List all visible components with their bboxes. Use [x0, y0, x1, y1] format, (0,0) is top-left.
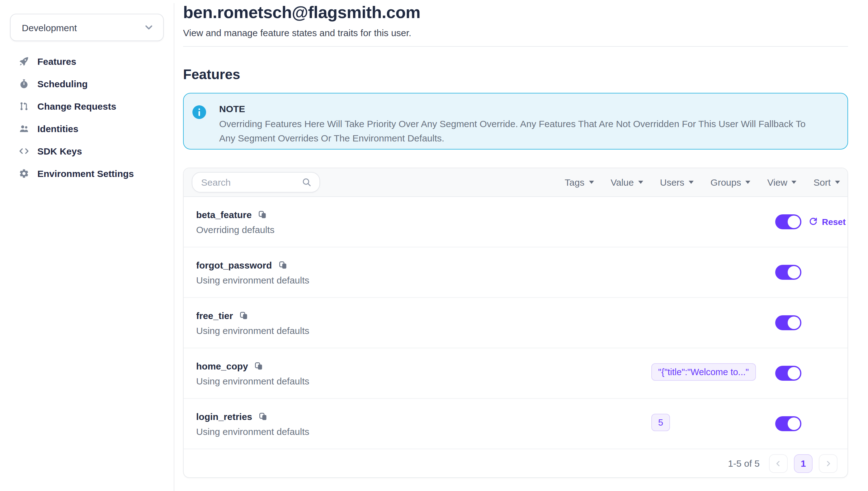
filter-users[interactable]: Users — [660, 177, 694, 187]
feature-name: forgot_password — [196, 260, 272, 270]
stopwatch-icon — [19, 78, 29, 89]
pagination-page-1-button[interactable]: 1 — [794, 454, 813, 472]
filter-label: View — [767, 177, 787, 187]
filter-tags[interactable]: Tags — [565, 177, 594, 187]
filter-label: Value — [611, 177, 634, 187]
feature-status: Overriding defaults — [196, 224, 651, 235]
filter-label: Tags — [565, 177, 584, 187]
caret-down-icon — [689, 181, 694, 184]
feature-info: home_copy Using environment defaults — [196, 360, 651, 386]
filter-value[interactable]: Value — [611, 177, 643, 187]
reset-label: Reset — [822, 217, 845, 227]
feature-toggle[interactable] — [775, 315, 801, 330]
refresh-icon — [808, 217, 818, 227]
page-subtitle: View and manage feature states and trait… — [183, 27, 848, 38]
environment-selector[interactable]: Development — [10, 14, 164, 41]
sidebar-item-label: Environment Settings — [37, 168, 134, 178]
features-panel: Tags Value Users Groups View Sort beta_f… — [183, 168, 848, 478]
sidebar: Development Features Scheduling — [0, 3, 174, 491]
toggle-knob — [788, 317, 800, 329]
sidebar-item-sdk-keys[interactable]: SDK Keys — [0, 140, 174, 162]
pagination: 1-5 of 5 1 — [184, 449, 847, 477]
filter-label: Sort — [813, 177, 831, 187]
caret-down-icon — [589, 181, 594, 184]
toggle-knob — [788, 367, 800, 379]
filter-groups[interactable]: Groups — [710, 177, 750, 187]
feature-value-cell: "{"title":"Welcome to..." — [651, 363, 775, 383]
chevron-right-icon — [824, 459, 833, 468]
feature-toggle[interactable] — [775, 214, 801, 229]
feature-status: Using environment defaults — [196, 325, 651, 336]
chevron-left-icon — [774, 459, 783, 468]
note-title: NOTE — [219, 104, 823, 114]
reset-button[interactable]: Reset — [808, 217, 847, 227]
feature-info: forgot_password Using environment defaul… — [196, 260, 651, 285]
rocket-icon — [19, 56, 29, 66]
feature-info: login_retries Using environment defaults — [196, 411, 651, 436]
search-box[interactable] — [192, 172, 320, 193]
sidebar-item-identities[interactable]: Identities — [0, 117, 174, 140]
copy-icon[interactable] — [258, 210, 267, 219]
feature-value-badge[interactable]: "{"title":"Welcome to..." — [651, 363, 755, 381]
feature-action-cell: Reset — [801, 217, 847, 227]
sidebar-item-change-requests[interactable]: Change Requests — [0, 95, 174, 117]
copy-icon[interactable] — [278, 260, 287, 269]
feature-info: free_tier Using environment defaults — [196, 310, 651, 336]
sidebar-item-label: Features — [37, 56, 76, 66]
toggle-knob — [788, 266, 800, 279]
sidebar-item-features[interactable]: Features — [0, 50, 174, 72]
table-row[interactable]: login_retries Using environment defaults… — [184, 399, 847, 449]
feature-toggle[interactable] — [775, 265, 801, 280]
feature-name: free_tier — [196, 310, 233, 321]
feature-toggle[interactable] — [775, 416, 801, 431]
search-input[interactable] — [201, 177, 301, 187]
feature-status: Using environment defaults — [196, 275, 651, 285]
filter-view[interactable]: View — [767, 177, 797, 187]
filter-label: Users — [660, 177, 684, 187]
gear-icon — [19, 168, 29, 178]
feature-value-badge[interactable]: 5 — [651, 414, 670, 431]
table-row[interactable]: free_tier Using environment defaults — [184, 298, 847, 348]
feature-status: Using environment defaults — [196, 375, 651, 386]
sidebar-item-label: SDK Keys — [37, 145, 82, 156]
copy-icon[interactable] — [254, 361, 264, 370]
table-row[interactable]: forgot_password Using environment defaul… — [184, 248, 847, 298]
feature-status: Using environment defaults — [196, 426, 651, 436]
users-icon — [19, 123, 29, 134]
sidebar-item-label: Identities — [37, 123, 79, 134]
toggle-knob — [788, 417, 800, 430]
sidebar-nav: Features Scheduling Change Requests Iden… — [0, 50, 174, 184]
change-requests-icon — [19, 100, 29, 111]
app-root: Development Features Scheduling — [0, 3, 868, 491]
table-row[interactable]: home_copy Using environment defaults "{"… — [184, 348, 847, 399]
info-circle-icon — [192, 105, 207, 149]
feature-toggle[interactable] — [775, 366, 801, 381]
note-body: Overriding Features Here Will Take Prior… — [219, 117, 823, 145]
page-title: ben.rometsch@flagsmith.com — [183, 3, 848, 23]
sidebar-item-scheduling[interactable]: Scheduling — [0, 72, 174, 95]
magnifier-icon — [301, 177, 312, 187]
chevron-down-icon — [143, 22, 154, 33]
sidebar-item-label: Scheduling — [37, 78, 88, 89]
sidebar-item-environment-settings[interactable]: Environment Settings — [0, 162, 174, 184]
filter-sort[interactable]: Sort — [813, 177, 840, 187]
note-content: NOTE Overriding Features Here Will Take … — [219, 104, 823, 149]
feature-name: beta_feature — [196, 209, 252, 220]
pagination-range: 1-5 of 5 — [728, 458, 760, 468]
table-row[interactable]: beta_feature Overriding defaults Reset — [184, 197, 847, 248]
caret-down-icon — [835, 181, 840, 184]
feature-name: login_retries — [196, 411, 252, 422]
pagination-current-page: 1 — [801, 458, 806, 468]
pagination-next-button[interactable] — [819, 454, 837, 472]
code-brackets-icon — [19, 145, 29, 156]
caret-down-icon — [792, 181, 797, 184]
sidebar-item-label: Change Requests — [37, 100, 116, 111]
header-divider — [183, 46, 848, 47]
copy-icon[interactable] — [239, 311, 248, 320]
pagination-prev-button[interactable] — [769, 454, 788, 472]
feature-info: beta_feature Overriding defaults — [196, 209, 651, 235]
copy-icon[interactable] — [258, 411, 268, 421]
main-content: ben.rometsch@flagsmith.com View and mana… — [174, 3, 868, 478]
toggle-knob — [788, 215, 800, 228]
caret-down-icon — [638, 181, 643, 184]
